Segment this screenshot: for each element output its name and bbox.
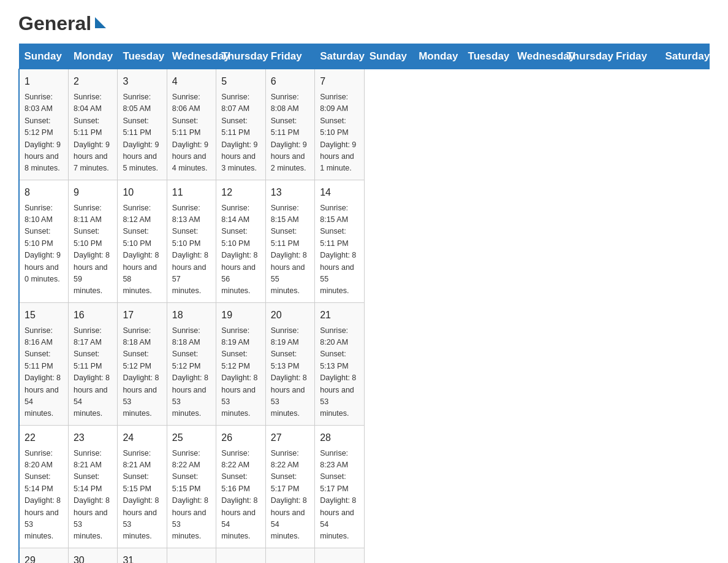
calendar-cell: 26 Sunrise: 8:22 AM Sunset: 5:16 PM Dayl… [216,425,265,548]
day-info: Sunrise: 8:16 AM Sunset: 5:11 PM Dayligh… [25,325,63,420]
header-sunday: Sunday [364,44,413,69]
header-monday: Monday [414,44,463,69]
calendar-cell: 27 Sunrise: 8:22 AM Sunset: 5:17 PM Dayl… [265,425,314,548]
day-info: Sunrise: 8:11 AM Sunset: 5:10 PM Dayligh… [74,202,112,297]
day-number: 28 [320,431,358,445]
day-number: 12 [221,185,260,200]
week-row-2: 8 Sunrise: 8:10 AM Sunset: 5:10 PM Dayli… [19,180,710,302]
day-info: Sunrise: 8:22 AM Sunset: 5:16 PM Dayligh… [221,448,260,543]
header-tuesday: Tuesday [118,44,167,69]
day-number: 31 [123,553,161,563]
calendar-cell: 10 Sunrise: 8:12 AM Sunset: 5:10 PM Dayl… [118,180,167,302]
calendar-cell: 17 Sunrise: 8:18 AM Sunset: 5:12 PM Dayl… [118,302,167,425]
header-wednesday: Wednesday [512,44,561,69]
header-tuesday: Tuesday [463,44,512,69]
day-info: Sunrise: 8:17 AM Sunset: 5:11 PM Dayligh… [74,325,112,420]
day-number: 10 [123,185,161,200]
header-saturday: Saturday [315,44,364,69]
day-number: 19 [221,308,260,323]
day-number: 8 [25,185,63,200]
day-info: Sunrise: 8:10 AM Sunset: 5:10 PM Dayligh… [25,202,63,286]
calendar-cell: 29 Sunrise: 8:23 AM Sunset: 5:18 PM Dayl… [19,548,68,563]
day-info: Sunrise: 8:21 AM Sunset: 5:14 PM Dayligh… [74,448,112,543]
logo-general-text: General [18,12,91,35]
day-info: Sunrise: 8:07 AM Sunset: 5:11 PM Dayligh… [221,91,260,175]
header-friday: Friday [265,44,314,69]
day-number: 6 [271,74,309,89]
header-monday: Monday [68,44,117,69]
day-info: Sunrise: 8:20 AM Sunset: 5:13 PM Dayligh… [320,325,358,420]
calendar-cell: 7 Sunrise: 8:09 AM Sunset: 5:10 PM Dayli… [315,69,364,180]
day-number: 1 [25,74,63,89]
week-row-3: 15 Sunrise: 8:16 AM Sunset: 5:11 PM Dayl… [19,302,710,425]
calendar-cell: 16 Sunrise: 8:17 AM Sunset: 5:11 PM Dayl… [68,302,117,425]
calendar-cell: 23 Sunrise: 8:21 AM Sunset: 5:14 PM Dayl… [68,425,117,548]
day-info: Sunrise: 8:19 AM Sunset: 5:12 PM Dayligh… [221,325,260,420]
header-thursday: Thursday [216,44,265,69]
day-number: 26 [221,431,260,445]
header-wednesday: Wednesday [167,44,216,69]
calendar-cell: 1 Sunrise: 8:03 AM Sunset: 5:12 PM Dayli… [19,69,68,180]
day-info: Sunrise: 8:20 AM Sunset: 5:14 PM Dayligh… [25,448,63,543]
day-info: Sunrise: 8:06 AM Sunset: 5:11 PM Dayligh… [172,91,211,175]
header-thursday: Thursday [561,44,610,69]
day-info: Sunrise: 8:09 AM Sunset: 5:10 PM Dayligh… [320,91,358,175]
calendar-cell: 5 Sunrise: 8:07 AM Sunset: 5:11 PM Dayli… [216,69,265,180]
day-number: 21 [320,308,358,323]
week-row-1: 1 Sunrise: 8:03 AM Sunset: 5:12 PM Dayli… [19,69,710,180]
day-info: Sunrise: 8:18 AM Sunset: 5:12 PM Dayligh… [123,325,161,420]
calendar-header-row: SundayMondayTuesdayWednesdayThursdayFrid… [19,44,710,69]
day-info: Sunrise: 8:19 AM Sunset: 5:13 PM Dayligh… [271,325,309,420]
day-number: 16 [74,308,112,323]
calendar-cell: 2 Sunrise: 8:04 AM Sunset: 5:11 PM Dayli… [68,69,117,180]
calendar-cell: 21 Sunrise: 8:20 AM Sunset: 5:13 PM Dayl… [315,302,364,425]
logo: General [18,12,106,31]
header-sunday: Sunday [19,44,68,69]
day-number: 11 [172,185,211,200]
calendar-cell: 3 Sunrise: 8:05 AM Sunset: 5:11 PM Dayli… [118,69,167,180]
calendar-cell: 14 Sunrise: 8:15 AM Sunset: 5:11 PM Dayl… [315,180,364,302]
day-number: 18 [172,308,211,323]
day-number: 17 [123,308,161,323]
calendar-cell: 6 Sunrise: 8:08 AM Sunset: 5:11 PM Dayli… [265,69,314,180]
day-info: Sunrise: 8:12 AM Sunset: 5:10 PM Dayligh… [123,202,161,297]
day-info: Sunrise: 8:22 AM Sunset: 5:15 PM Dayligh… [172,448,211,543]
header-saturday: Saturday [660,44,710,69]
day-number: 30 [74,553,112,563]
header-friday: Friday [610,44,659,69]
week-row-4: 22 Sunrise: 8:20 AM Sunset: 5:14 PM Dayl… [19,425,710,548]
week-row-5: 29 Sunrise: 8:23 AM Sunset: 5:18 PM Dayl… [19,548,710,563]
day-number: 5 [221,74,260,89]
calendar-cell: 9 Sunrise: 8:11 AM Sunset: 5:10 PM Dayli… [68,180,117,302]
day-number: 2 [74,74,112,89]
day-number: 3 [123,74,161,89]
calendar-cell: 24 Sunrise: 8:21 AM Sunset: 5:15 PM Dayl… [118,425,167,548]
page-header: General [18,12,710,31]
calendar-cell: 30 Sunrise: 8:23 AM Sunset: 5:19 PM Dayl… [68,548,117,563]
calendar-cell: 12 Sunrise: 8:14 AM Sunset: 5:10 PM Dayl… [216,180,265,302]
day-info: Sunrise: 8:04 AM Sunset: 5:11 PM Dayligh… [74,91,112,175]
calendar-cell [167,548,216,563]
calendar-cell: 11 Sunrise: 8:13 AM Sunset: 5:10 PM Dayl… [167,180,216,302]
day-info: Sunrise: 8:13 AM Sunset: 5:10 PM Dayligh… [172,202,211,297]
calendar-cell: 25 Sunrise: 8:22 AM Sunset: 5:15 PM Dayl… [167,425,216,548]
day-info: Sunrise: 8:21 AM Sunset: 5:15 PM Dayligh… [123,448,161,543]
calendar-cell [216,548,265,563]
day-number: 14 [320,185,358,200]
calendar-cell: 28 Sunrise: 8:23 AM Sunset: 5:17 PM Dayl… [315,425,364,548]
calendar-cell: 20 Sunrise: 8:19 AM Sunset: 5:13 PM Dayl… [265,302,314,425]
calendar-cell [315,548,364,563]
calendar-cell: 18 Sunrise: 8:18 AM Sunset: 5:12 PM Dayl… [167,302,216,425]
day-number: 20 [271,308,309,323]
day-number: 7 [320,74,358,89]
calendar-cell: 8 Sunrise: 8:10 AM Sunset: 5:10 PM Dayli… [19,180,68,302]
calendar-cell: 15 Sunrise: 8:16 AM Sunset: 5:11 PM Dayl… [19,302,68,425]
day-number: 29 [25,553,63,563]
day-number: 4 [172,74,211,89]
day-number: 15 [25,308,63,323]
day-info: Sunrise: 8:22 AM Sunset: 5:17 PM Dayligh… [271,448,309,543]
calendar-cell: 13 Sunrise: 8:15 AM Sunset: 5:11 PM Dayl… [265,180,314,302]
day-info: Sunrise: 8:03 AM Sunset: 5:12 PM Dayligh… [25,91,63,175]
day-info: Sunrise: 8:15 AM Sunset: 5:11 PM Dayligh… [320,202,358,297]
day-number: 13 [271,185,309,200]
